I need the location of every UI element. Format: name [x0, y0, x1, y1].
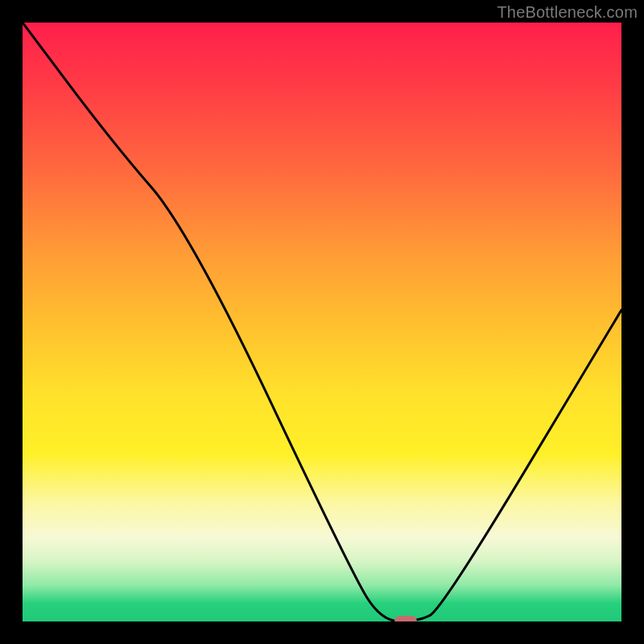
curve-path [23, 23, 621, 621]
watermark-text: TheBottleneck.com [497, 3, 638, 22]
chart-frame: TheBottleneck.com [0, 0, 644, 644]
optimal-marker [394, 616, 417, 621]
plot-area [23, 23, 621, 621]
bottleneck-curve [23, 23, 621, 621]
